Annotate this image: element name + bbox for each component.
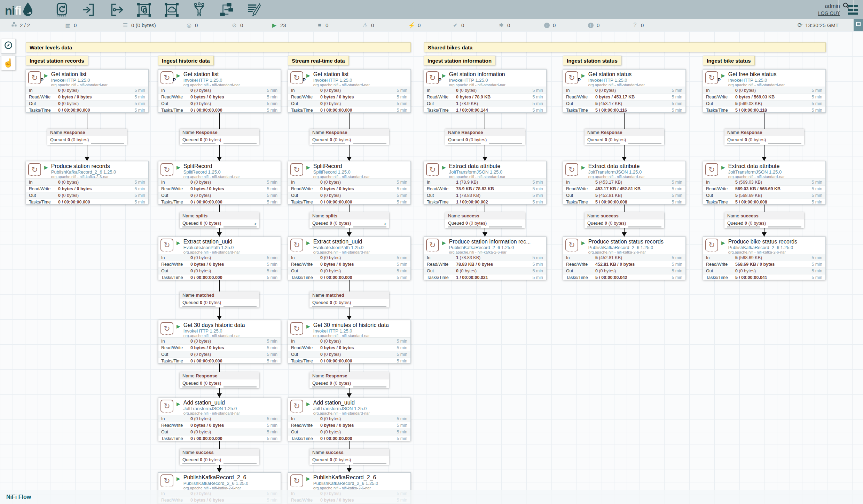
processor[interactable]: ↻▶Produce station recordsPublishKafkaRec… [26,161,149,205]
processor-icon[interactable] [54,2,69,17]
template-icon[interactable] [219,2,234,17]
arrowhead-icon [483,232,487,237]
processor[interactable]: ↻▶Extract station_uuidEvaluateJsonPath 1… [288,237,411,280]
process-group-label[interactable]: Shared bikes data [424,42,826,52]
stat-row: Tasks/Time0 / 00:00:00.0005 min [288,199,410,205]
processor[interactable]: ↻P▶Get station listInvokeHTTP 1.25.0org.… [26,69,149,113]
run-status-running-icon: ▶ [581,240,585,254]
search-button[interactable] [838,0,854,12]
running-icon: ▶ [271,22,278,29]
connection[interactable]: Name successQueued 0 (0 bytes) [445,212,525,228]
process-group-icon[interactable] [136,2,152,17]
connection[interactable]: Name ResponseQueued 0 (0 bytes) [585,129,664,145]
processor-type: PublishKafkaRecord_2_6 1.25.0 [51,169,116,175]
processor[interactable]: ↻P▶Get station statusInvokeHTTP 1.25.0or… [563,69,686,113]
flow-label[interactable]: Ingest station status [563,56,621,65]
connection[interactable]: Name successQueued 0 (0 bytes) [309,449,389,465]
connection[interactable]: Name successQueued 0 (0 bytes) [585,212,664,228]
processor-icon: ↻ [426,163,439,176]
status-count: 0 (0 bytes) [131,22,156,28]
status-count: 0 [597,22,599,28]
refresh-icon[interactable]: ⟳ [798,22,802,29]
processor[interactable]: ↻▶Extract station_uuidEvaluateJsonPath 1… [158,237,281,280]
process-group-label[interactable]: Water levels data [26,42,411,52]
processor[interactable]: ↻P▶Get station listInvokeHTTP 1.25.0org.… [288,69,411,113]
connection[interactable]: Name matchedQueued 0 (0 bytes) [309,291,389,307]
breadcrumb[interactable]: NiFi Flow [6,494,31,500]
queued-icon: ☰ [122,22,129,29]
connection-queued: Queued 0 (0 bytes) [724,136,804,145]
status-count: 2 / 2 [20,22,30,28]
navigate-palette-button[interactable] [1,39,16,54]
processor[interactable]: ↻▶SplitRecordSplitRecord 1.25.0org.apach… [158,161,281,205]
processor[interactable]: ↻▶Extract data attributeJoltTransformJSO… [703,161,826,205]
connection-name: Name success [724,212,804,219]
arrowhead-icon [762,232,767,237]
label-icon[interactable] [246,2,262,17]
stat-row: In5 (452.81 KB)5 min [563,254,685,261]
stale-icon: ↑ [543,22,550,28]
processor-bundle: org.apache.nifi - nifi-kafka-2-6-nar [183,486,248,490]
connection[interactable]: Name ResponseQueued 0 (0 bytes) [309,129,389,145]
processor[interactable]: ↻P▶Get station informationInvokeHTTP 1.2… [424,69,547,113]
arrowhead-icon [347,468,352,472]
connection[interactable]: Name ResponseQueued 0 (0 bytes) [724,129,804,145]
stat-row: In0 (0 bytes)5 min [563,87,685,94]
connection[interactable]: Name splitsQueued 0 (0 bytes)◐ [180,212,259,228]
flow-label[interactable]: Ingest historic data [158,56,214,65]
status-item-disabled: ⚡0 [408,22,452,29]
flow-label[interactable]: Ingest station records [26,56,88,65]
arrowhead-icon [622,157,627,161]
processor-icon: ↻P [160,71,173,84]
processor[interactable]: ↻▶Add station_uuidJoltTransformJSON 1.25… [288,398,411,441]
processor[interactable]: ↻▶Produce station status recordsPublishK… [563,237,686,280]
arrowhead-icon [217,468,222,472]
processor-type: InvokeHTTP 1.25.0 [728,78,785,83]
connection[interactable]: Name ResponseQueued 0 (0 bytes) [180,372,259,388]
processor[interactable]: ↻▶SplitRecordSplitRecord 1.25.0org.apach… [288,161,411,205]
stat-row: Tasks/Time5 / 00:00:00.1165 min [563,107,685,113]
flow-label[interactable]: Stream real-time data [288,56,349,65]
input-port-icon[interactable] [81,2,97,17]
processor[interactable]: ↻▶Get 30 minutes of historic dataInvokeH… [288,320,411,363]
output-port-icon[interactable] [109,2,124,17]
processor[interactable]: ↻▶Extract data attributeJoltTransformJSO… [563,161,686,205]
run-status-running-icon: ▶ [44,73,48,87]
connection[interactable]: Name successQueued 0 (0 bytes) [180,449,259,465]
funnel-icon[interactable] [191,2,207,17]
connection-queued: Queued 0 (0 bytes) [724,219,804,228]
processor-name: Get 30 days historic data [183,322,245,328]
connection[interactable]: Name ResponseQueued 0 (0 bytes) [180,129,259,145]
run-status-running-icon: ▶ [721,165,725,178]
run-status-running-icon: ▶ [306,323,310,337]
processor[interactable]: ↻▶Extract data attributeJoltTransformJSO… [424,161,547,205]
logout-link[interactable]: LOG OUT [818,10,840,16]
connection[interactable]: Name successQueued 0 (0 bytes) [724,212,804,228]
nifi-droplet-icon [22,2,34,17]
connection[interactable]: Name ResponseQueued 0 (0 bytes) [47,129,127,145]
stat-row: Read/Write0 bytes / 78.9 KB5 min [424,94,546,100]
processor[interactable]: ↻P▶Get free bike statusInvokeHTTP 1.25.0… [703,69,826,113]
connection[interactable]: Name ResponseQueued 0 (0 bytes) [445,129,525,145]
operate-palette-button[interactable]: ☝ [1,56,16,70]
connection[interactable]: Name splitsQueued 0 (0 bytes)◐ [309,212,389,228]
connection-queued: Queued 0 (0 bytes) [445,136,525,145]
processor[interactable]: ↻▶Produce bike status recordsPublishKafk… [703,237,826,280]
processor[interactable]: ↻P▶Get station listInvokeHTTP 1.25.0org.… [158,69,281,113]
flow-canvas[interactable]: ☝ NiFi Flow Water levels dataShared bike… [0,31,863,504]
flow-label[interactable]: Ingest bike status [703,56,755,65]
processor[interactable]: ↻▶Get 30 days historic dataInvokeHTTP 1.… [158,320,281,363]
processor-name: PublishKafkaRecord_2_6 [313,474,378,481]
processor[interactable]: ↻▶Add station_uuidJoltTransformJSON 1.25… [158,398,281,441]
remote-process-group-icon[interactable] [164,2,179,17]
processor[interactable]: ↻▶Produce station information rec...Publ… [424,237,547,280]
arrowhead-icon [85,157,89,161]
stat-row: In5 (569.03 KB)5 min [703,179,825,185]
flow-label[interactable]: Ingest station information [424,56,495,65]
connection-queued: Queued 0 (0 bytes)◐ [309,219,389,228]
connection[interactable]: Name ResponseQueued 0 (0 bytes) [309,372,389,388]
processor-icon: ↻ [426,239,439,251]
connection[interactable]: Name matchedQueued 0 (0 bytes) [180,291,259,307]
stat-row: In0 (0 bytes)5 min [424,87,546,94]
nifi-logo: nifi [5,2,34,17]
